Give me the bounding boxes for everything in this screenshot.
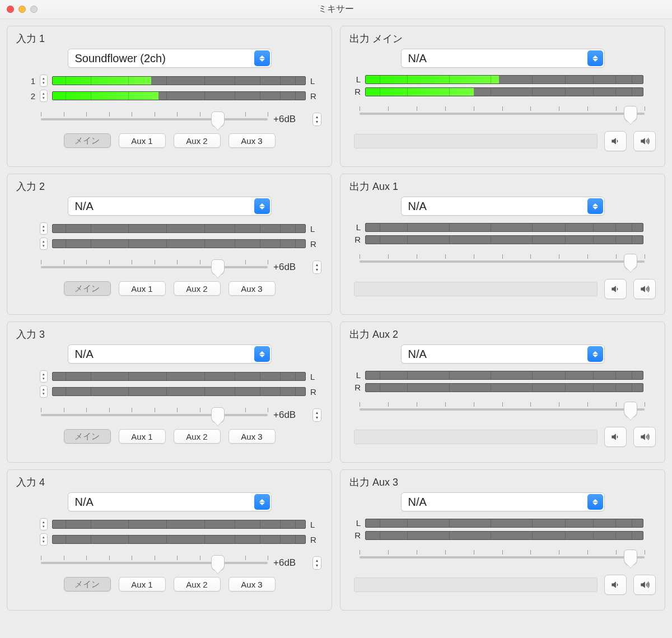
channel-stepper[interactable]: ▴▾ [40,385,48,398]
gain-slider[interactable] [41,408,268,422]
slider-thumb[interactable] [624,549,637,565]
route-button-0[interactable]: メイン [64,577,111,592]
channel-label: L [310,520,320,529]
slider-thumb[interactable] [211,259,225,275]
input-panel-3: 入力 3 N/A ▴▾ L ▴▾ R +6dB ▴▾ [7,322,332,463]
output-2-device-select-value: N/A [408,200,427,213]
speaker-low-icon[interactable] [604,427,627,447]
channel-stepper[interactable]: ▴▾ [40,90,48,102]
route-button-1[interactable]: Aux 1 [119,133,166,148]
close-window-button[interactable] [7,6,14,13]
route-button-0[interactable]: メイン [64,133,111,148]
channel-label: R [310,91,320,101]
gain-stepper[interactable]: ▴▾ [312,113,321,126]
route-button-1[interactable]: Aux 1 [119,577,166,592]
panel-title: 出力 Aux 2 [349,328,656,341]
gain-value: +6dB [273,114,307,125]
speaker-low-icon[interactable] [604,575,627,595]
speaker-high-icon[interactable] [633,131,656,151]
output-panel-2: 出力 Aux 1 N/A L R [340,174,665,315]
panel-title: 入力 3 [16,328,323,341]
route-button-0[interactable]: メイン [64,429,111,444]
slider-thumb[interactable] [624,106,637,122]
input-3-device-select[interactable]: N/A [68,344,272,364]
gain-slider[interactable] [360,550,645,565]
input-1-device-select-value: Soundflower (2ch) [75,52,166,65]
output-2-device-select[interactable]: N/A [401,197,605,216]
channel-label: R [353,235,361,244]
output-progress [354,282,598,296]
route-button-3[interactable]: Aux 3 [228,577,276,592]
route-button-3[interactable]: Aux 3 [228,281,276,296]
channel-label: L [353,370,361,380]
channel-number: 1 [27,76,35,86]
speaker-high-icon[interactable] [633,575,656,595]
channel-label: L [353,222,361,232]
channel-label: R [310,239,320,249]
input-1-device-select[interactable]: Soundflower (2ch) [68,49,272,68]
gain-stepper[interactable]: ▴▾ [312,408,321,422]
level-meter [52,76,306,85]
output-panel-1: 出力 メイン N/A L R [340,26,665,167]
slider-thumb[interactable] [211,407,225,423]
channel-stepper[interactable]: ▴▾ [40,518,48,530]
route-button-2[interactable]: Aux 2 [174,133,221,148]
channel-label: R [353,383,361,392]
route-button-0[interactable]: メイン [64,281,111,296]
output-4-device-select[interactable]: N/A [401,492,605,511]
route-button-2[interactable]: Aux 2 [174,281,221,296]
level-meter [52,224,306,233]
route-button-3[interactable]: Aux 3 [228,133,276,148]
speaker-low-icon[interactable] [604,279,627,299]
level-meter [365,223,643,232]
chevron-updown-icon [254,346,270,362]
speaker-high-icon[interactable] [633,279,656,299]
level-meter [52,387,306,396]
channel-label: R [310,387,320,397]
channel-stepper[interactable]: ▴▾ [40,533,48,546]
output-1-device-select-value: N/A [408,52,427,65]
route-button-3[interactable]: Aux 3 [228,429,276,444]
level-meter [365,87,643,96]
level-meter [365,383,643,392]
channel-stepper[interactable]: ▴▾ [40,74,48,87]
slider-thumb[interactable] [211,111,225,127]
channel-label: R [310,535,320,544]
slider-thumb[interactable] [624,402,637,417]
fullscreen-window-button[interactable] [30,6,38,13]
chevron-updown-icon [254,50,270,66]
route-button-2[interactable]: Aux 2 [174,429,221,444]
minimize-window-button[interactable] [18,6,26,13]
slider-thumb[interactable] [211,555,225,571]
chevron-updown-icon [587,50,603,66]
channel-stepper[interactable]: ▴▾ [40,222,48,235]
chevron-updown-icon [587,494,603,510]
speaker-high-icon[interactable] [633,427,656,447]
panel-title: 出力 メイン [349,32,656,45]
speaker-low-icon[interactable] [604,131,627,151]
gain-slider[interactable] [360,402,645,417]
gain-slider[interactable] [360,254,645,269]
channel-stepper[interactable]: ▴▾ [40,237,48,250]
channel-stepper[interactable]: ▴▾ [40,370,48,383]
panel-title: 出力 Aux 1 [349,180,656,193]
channel-label: L [310,224,320,234]
gain-slider[interactable] [41,556,268,570]
gain-slider[interactable] [41,112,268,127]
route-button-1[interactable]: Aux 1 [119,429,166,444]
output-3-device-select-value: N/A [408,348,427,361]
gain-slider[interactable] [360,106,645,121]
output-3-device-select[interactable]: N/A [401,344,605,364]
slider-thumb[interactable] [624,254,637,269]
gain-stepper[interactable]: ▴▾ [312,556,321,570]
output-1-device-select[interactable]: N/A [401,49,605,68]
panel-title: 入力 1 [16,32,323,45]
gain-stepper[interactable]: ▴▾ [312,260,321,274]
input-4-device-select[interactable]: N/A [68,492,272,511]
route-button-2[interactable]: Aux 2 [174,577,221,592]
gain-slider[interactable] [41,260,268,274]
output-4-device-select-value: N/A [408,496,427,509]
input-2-device-select[interactable]: N/A [68,197,272,216]
route-button-1[interactable]: Aux 1 [119,281,166,296]
panel-title: 入力 4 [16,476,323,489]
